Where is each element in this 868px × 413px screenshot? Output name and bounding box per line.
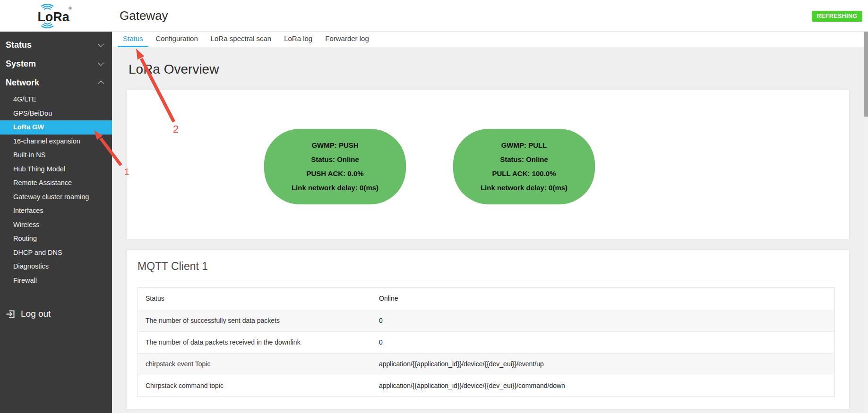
- gwmp-pull-status-pill: GWMP: PULLStatus: OnlinePULL ACK: 100.0%…: [453, 129, 595, 204]
- table-row: Chirpstack command topic application/{{a…: [138, 375, 834, 396]
- svg-text:LoRa: LoRa: [37, 10, 69, 24]
- section-title: LoRa Overview: [129, 62, 219, 77]
- table-row: The number of data packets received in t…: [138, 331, 834, 353]
- lora-logo: LoRa ®: [36, 4, 74, 28]
- sidebar-item[interactable]: Routing: [0, 232, 112, 246]
- sidebar-section-label: Network: [6, 78, 39, 87]
- row-value: application/{{application_id}}/device/{{…: [379, 354, 544, 375]
- page-title: Gateway: [120, 0, 168, 32]
- sidebar-item[interactable]: DHCP and DNS: [0, 246, 112, 260]
- tab[interactable]: Configuration: [151, 32, 203, 47]
- row-value: application/{{application_id}}/device/{{…: [379, 375, 565, 396]
- row-label: chirpstack event Topic: [146, 354, 210, 375]
- status-line: Status: Online: [311, 152, 359, 167]
- gwmp-push-status-pill: GWMP: PUSHStatus: OnlinePUSH ACK: 0.0%Li…: [264, 129, 406, 204]
- sidebar-item[interactable]: Firewall: [0, 274, 112, 288]
- row-value: 0: [379, 332, 383, 353]
- row-value: Online: [379, 288, 398, 309]
- status-line: PULL ACK: 100.0%: [492, 167, 556, 181]
- status-line: GWMP: PUSH: [311, 138, 358, 152]
- chevron-down-icon: [98, 41, 104, 47]
- chevron-down-icon: [98, 60, 104, 66]
- row-label: Status: [146, 288, 164, 309]
- tab[interactable]: LoRa spectral scan: [206, 32, 276, 47]
- table-row: chirpstack event Topic application/{{app…: [138, 353, 834, 375]
- scrollbar-thumb[interactable]: [864, 32, 868, 117]
- chevron-up-icon: [98, 80, 104, 86]
- tab[interactable]: LoRa log: [279, 32, 318, 47]
- sidebar-section-label: System: [6, 59, 36, 68]
- logout-label: Log out: [21, 309, 51, 319]
- sidebar-item[interactable]: 4G/LTE: [0, 93, 112, 107]
- status-line: Status: Online: [500, 152, 548, 167]
- sidebar-item[interactable]: Interfaces: [0, 204, 112, 218]
- sidebar-section-label: Status: [6, 40, 32, 50]
- vertical-scrollbar[interactable]: [864, 32, 868, 413]
- sidebar-item[interactable]: Hub Thing Model: [0, 162, 112, 177]
- sidebar-item[interactable]: Diagnostics: [0, 260, 112, 274]
- sidebar-item[interactable]: Gateway cluster roaming: [0, 190, 112, 204]
- sidebar-nav: Status System Network 4G/LTE GPS/BeiDou …: [0, 32, 112, 413]
- table-row: The number of successfully sent data pac…: [138, 310, 834, 331]
- table-row: Status Online: [138, 288, 834, 310]
- logout-icon: [6, 310, 15, 319]
- row-label: The number of data packets received in t…: [146, 332, 301, 353]
- sidebar-item[interactable]: 16-channel expansion: [0, 135, 112, 149]
- tab-bar: Status Configuration LoRa spectral scan …: [112, 32, 864, 47]
- mqtt-client-card: MQTT Client 1 Status Online The number o…: [126, 249, 850, 410]
- status-line: PUSH ACK: 0.0%: [306, 167, 363, 181]
- sidebar-item[interactable]: Wireless: [0, 218, 112, 232]
- tab[interactable]: Forwarder log: [320, 32, 374, 47]
- network-submenu: 4G/LTE GPS/BeiDou LoRa GW 16-channel exp…: [0, 93, 112, 287]
- row-label: Chirpstack command topic: [146, 375, 223, 396]
- tab[interactable]: Status: [118, 32, 148, 47]
- divider: [138, 283, 835, 283]
- lora-logo-graphic: LoRa ®: [36, 4, 74, 28]
- row-value: 0: [379, 310, 383, 331]
- status-line: Link network delay: 0(ms): [481, 181, 567, 195]
- sidebar-section-network[interactable]: Network: [0, 73, 112, 92]
- row-label: The number of successfully sent data pac…: [146, 310, 280, 331]
- mqtt-status-table: Status Online The number of successfully…: [138, 287, 835, 397]
- svg-text:®: ®: [69, 6, 72, 11]
- top-header: LoRa ® Gateway REFRESHING: [0, 0, 868, 32]
- sidebar-item[interactable]: Remote Assistance: [0, 176, 112, 190]
- sidebar-item[interactable]: Built-in NS: [0, 148, 112, 162]
- main-content: LoRa Overview GWMP: PUSHStatus: OnlinePU…: [112, 47, 864, 413]
- sidebar-section-system[interactable]: System: [0, 54, 112, 73]
- status-line: Link network delay: 0(ms): [292, 181, 378, 195]
- sidebar-item[interactable]: LoRa GW: [0, 120, 112, 135]
- lora-overview-card: GWMP: PUSHStatus: OnlinePUSH ACK: 0.0%Li…: [126, 90, 850, 240]
- status-line: GWMP: PULL: [501, 138, 547, 152]
- logout-button[interactable]: Log out: [6, 307, 51, 321]
- mqtt-client-title: MQTT Client 1: [138, 260, 208, 273]
- sidebar-item[interactable]: GPS/BeiDou: [0, 107, 112, 121]
- refreshing-button[interactable]: REFRESHING: [812, 11, 862, 22]
- sidebar-section-status[interactable]: Status: [0, 35, 112, 54]
